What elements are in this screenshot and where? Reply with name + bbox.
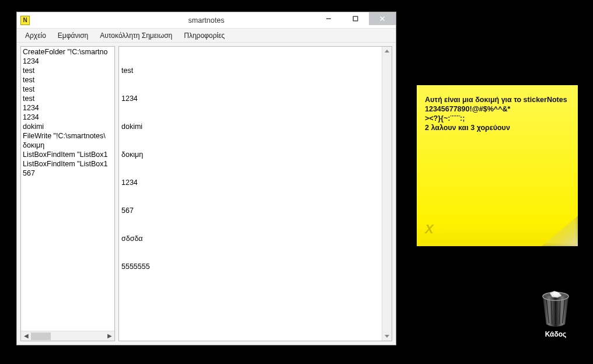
minimize-button[interactable] <box>315 12 342 25</box>
editor-line: σδσδα <box>121 234 379 243</box>
scroll-track[interactable] <box>31 331 104 341</box>
scroll-thumb[interactable] <box>31 332 51 340</box>
sticky-line: 12345677890!@#$%^^&* <box>425 105 570 113</box>
trash-desktop-icon[interactable]: Κάδος <box>532 290 579 338</box>
list-item[interactable]: dokimi <box>23 122 113 131</box>
notes-listbox[interactable]: CreateFolder "!C:\smartno 1234 test test… <box>20 46 115 341</box>
list-item[interactable]: ListBoxFindItem "ListBox1 <box>23 150 113 159</box>
minimize-icon <box>326 16 332 22</box>
sticky-line: 2 λαλουν και 3 χορεύουν <box>425 124 570 132</box>
list-item[interactable]: 1234 <box>23 113 113 122</box>
note-editor[interactable]: test 1234 dokimi δοκιμη 1234 567 σδσδα 5… <box>118 46 392 341</box>
list-item[interactable]: test <box>23 85 113 94</box>
menu-info[interactable]: Πληροφορίες <box>178 30 231 41</box>
editor-content[interactable]: test 1234 dokimi δοκιμη 1234 567 σδσδα 5… <box>119 47 382 341</box>
list-item[interactable]: δοκιμη <box>23 141 113 150</box>
list-item[interactable]: 1234 <box>23 57 113 66</box>
close-icon <box>379 16 385 22</box>
editor-line: δοκιμη <box>121 150 379 159</box>
client-area: CreateFolder "!C:\smartno 1234 test test… <box>17 43 396 345</box>
scroll-left-icon[interactable]: ◀ <box>21 331 31 341</box>
list-item[interactable]: 567 <box>23 169 113 178</box>
editor-line: test <box>121 66 379 75</box>
editor-line: 1234 <box>121 178 379 187</box>
smartnotes-window: N smartnotes Αρχείο Εμφάνιση Αυτοκόλλητη… <box>16 12 396 345</box>
maximize-icon <box>353 16 358 22</box>
page-curl-icon <box>542 216 578 246</box>
editor-line: 567 <box>121 206 379 215</box>
scroll-right-icon[interactable]: ▶ <box>104 331 114 341</box>
list-item[interactable]: test <box>23 66 113 75</box>
trash-icon <box>539 290 572 328</box>
menu-sticky[interactable]: Αυτοκόλλητη Σημειωση <box>94 30 178 41</box>
list-item[interactable]: test <box>23 94 113 103</box>
menu-file[interactable]: Αρχείο <box>19 30 52 41</box>
maximize-button[interactable] <box>342 12 369 25</box>
list-item[interactable]: 1234 <box>23 103 113 113</box>
list-item[interactable]: ListBoxFindItem "ListBox1 <box>23 159 113 169</box>
list-item[interactable]: test <box>23 75 113 85</box>
menu-view[interactable]: Εμφάνιση <box>52 30 94 41</box>
sticky-line: ><?}{~:¨¨¨¨:; <box>425 114 570 123</box>
editor-line: dokimi <box>121 122 379 131</box>
sticky-close-mark[interactable]: X <box>425 222 434 237</box>
titlebar[interactable]: N smartnotes <box>17 12 396 29</box>
trash-label: Κάδος <box>532 330 579 338</box>
menubar: Αρχείο Εμφάνιση Αυτοκόλλητη Σημειωση Πλη… <box>17 29 396 43</box>
listbox-hscrollbar[interactable]: ◀ ▶ <box>21 331 114 341</box>
svg-rect-1 <box>353 16 358 21</box>
listbox-items: CreateFolder "!C:\smartno 1234 test test… <box>21 47 114 331</box>
app-icon: N <box>20 16 30 25</box>
sticky-note[interactable]: Αυτή είναι μια δοκιμή για το stickerNote… <box>417 85 578 246</box>
list-item[interactable]: FileWrite "!C:\smartnotes\ <box>23 131 113 141</box>
close-button[interactable] <box>369 12 396 25</box>
editor-vscrollbar[interactable] <box>382 47 392 341</box>
window-controls <box>315 12 396 28</box>
editor-line: 1234 <box>121 94 379 103</box>
list-item[interactable]: CreateFolder "!C:\smartno <box>23 47 113 57</box>
editor-line: 5555555 <box>121 262 379 271</box>
sticky-line: Αυτή είναι μια δοκιμή για το stickerNote… <box>425 96 570 104</box>
